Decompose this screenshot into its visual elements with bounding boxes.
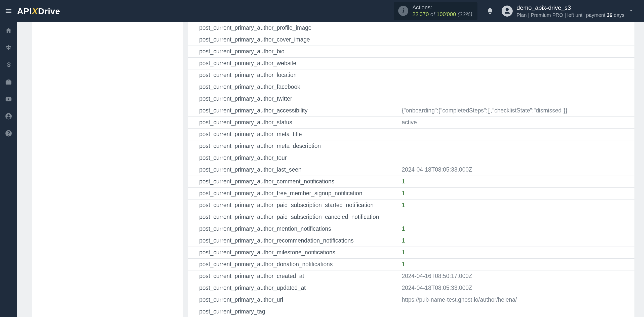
field-key: post_current_primary_author_free_member_… — [188, 188, 398, 200]
dollar-icon — [5, 61, 12, 69]
field-key: post_current_primary_author_paid_subscri… — [188, 211, 398, 223]
sidebar-item-connections[interactable] — [0, 39, 17, 56]
table-row: post_current_primary_author_updated_at20… — [188, 282, 634, 294]
sidebar-item-billing[interactable] — [0, 56, 17, 73]
user-text: demo_apix-drive_s3 Plan | Premium PRO | … — [517, 4, 624, 18]
field-key: post_current_primary_author_last_seen — [188, 164, 398, 176]
field-value: 2024-04-16T08:50:17.000Z — [398, 270, 634, 282]
table-row: post_current_primary_tag — [188, 306, 634, 317]
logo-x: X — [32, 6, 38, 16]
field-value — [398, 46, 634, 58]
field-key: post_current_primary_author_mention_noti… — [188, 223, 398, 235]
actions-pct: (22%) — [458, 11, 472, 17]
chevron-down-icon — [628, 8, 634, 13]
field-key: post_current_primary_author_status — [188, 117, 398, 129]
user-menu[interactable]: demo_apix-drive_s3 Plan | Premium PRO | … — [502, 4, 644, 18]
field-value: 1 — [398, 223, 634, 235]
youtube-icon — [5, 95, 12, 103]
home-icon — [5, 27, 12, 34]
field-key: post_current_primary_author_website — [188, 58, 398, 69]
field-value — [398, 140, 634, 152]
table-row: post_current_primary_author_tour — [188, 152, 634, 164]
bell-icon — [487, 8, 494, 15]
table-row: post_current_primary_author_meta_title — [188, 129, 634, 140]
main-scroll[interactable]: post_current_primary_author_profile_imag… — [17, 22, 644, 317]
field-key: post_current_primary_author_location — [188, 69, 398, 81]
actions-counter[interactable]: i Actions: 22'070 of 100'000 (22%) — [394, 2, 477, 20]
field-key: post_current_primary_author_twitter — [188, 93, 398, 105]
table-row: post_current_primary_author_mention_noti… — [188, 223, 634, 235]
actions-text: Actions: 22'070 of 100'000 (22%) — [412, 4, 472, 18]
field-key: post_current_primary_author_bio — [188, 46, 398, 58]
plan-days-word: days — [614, 12, 624, 18]
table-row: post_current_primary_author_cover_image — [188, 34, 634, 46]
actions-total: 100'000 — [436, 11, 456, 17]
field-value: 1 — [398, 188, 634, 200]
caret — [628, 8, 634, 14]
sidebar-item-tools[interactable] — [0, 73, 17, 91]
field-key: post_current_primary_author_profile_imag… — [188, 22, 398, 34]
field-key: post_current_primary_author_facebook — [188, 81, 398, 93]
field-value: https://pub-name-test.ghost.io/author/he… — [398, 294, 634, 306]
field-key: post_current_primary_author_cover_image — [188, 34, 398, 46]
field-key: post_current_primary_author_url — [188, 294, 398, 306]
field-value: 1 — [398, 200, 634, 211]
actions-used: 22'070 — [412, 11, 429, 17]
table-row: post_current_primary_author_statusactive — [188, 117, 634, 129]
field-value: 1 — [398, 235, 634, 247]
menu-toggle-button[interactable] — [0, 0, 17, 22]
field-key: post_current_primary_author_donation_not… — [188, 259, 398, 270]
user-circle-icon — [5, 112, 12, 120]
field-value — [398, 306, 634, 317]
sitemap-icon — [5, 44, 12, 52]
table-row: post_current_primary_author_accessibilit… — [188, 105, 634, 117]
help-icon — [5, 130, 12, 137]
field-key: post_current_primary_author_created_at — [188, 270, 398, 282]
notifications-button[interactable] — [484, 5, 496, 17]
sidebar — [0, 22, 17, 317]
sidebar-item-home[interactable] — [0, 22, 17, 39]
field-value — [398, 211, 634, 223]
field-value: {"onboarding":{"completedSteps":[],"chec… — [398, 105, 634, 117]
field-key: post_current_primary_tag — [188, 306, 398, 317]
field-value — [398, 129, 634, 140]
field-value — [398, 81, 634, 93]
sidebar-item-account[interactable] — [0, 108, 17, 125]
user-name: demo_apix-drive_s3 — [517, 4, 624, 12]
field-key: post_current_primary_author_recommendati… — [188, 235, 398, 247]
table-row: post_current_primary_author_urlhttps://p… — [188, 294, 634, 306]
logo[interactable]: APIXDrive — [17, 6, 60, 16]
field-value — [398, 93, 634, 105]
table-row: post_current_primary_author_recommendati… — [188, 235, 634, 247]
data-table: post_current_primary_author_profile_imag… — [188, 22, 634, 317]
table-row: post_current_primary_author_free_member_… — [188, 188, 634, 200]
table-row: post_current_primary_author_last_seen202… — [188, 164, 634, 176]
field-key: post_current_primary_author_updated_at — [188, 282, 398, 294]
field-key: post_current_primary_author_paid_subscri… — [188, 200, 398, 211]
sidebar-item-help[interactable] — [0, 125, 17, 142]
table-row: post_current_primary_author_profile_imag… — [188, 22, 634, 34]
actions-of: of — [430, 11, 435, 17]
briefcase-icon — [5, 78, 12, 86]
left-panel — [32, 22, 183, 317]
table-row: post_current_primary_author_twitter — [188, 93, 634, 105]
field-key: post_current_primary_author_meta_descrip… — [188, 140, 398, 152]
right-panel: post_current_primary_author_profile_imag… — [188, 22, 634, 317]
sidebar-item-video[interactable] — [0, 91, 17, 108]
field-key: post_current_primary_author_comment_noti… — [188, 176, 398, 188]
actions-label: Actions: — [412, 4, 472, 11]
table-row: post_current_primary_author_created_at20… — [188, 270, 634, 282]
field-key: post_current_primary_author_milestone_no… — [188, 247, 398, 259]
table-row: post_current_primary_author_comment_noti… — [188, 176, 634, 188]
user-plan: Plan | Premium PRO | left until payment … — [517, 12, 624, 18]
info-icon: i — [398, 6, 408, 16]
table-row: post_current_primary_author_facebook — [188, 81, 634, 93]
table-row: post_current_primary_author_location — [188, 69, 634, 81]
field-value — [398, 58, 634, 69]
field-value — [398, 152, 634, 164]
topbar: APIXDrive i Actions: 22'070 of 100'000 (… — [0, 0, 644, 22]
plan-suffix: left until payment — [567, 12, 605, 18]
field-value: 1 — [398, 176, 634, 188]
logo-drive: Drive — [38, 6, 60, 16]
plan-sep: | — [565, 12, 566, 18]
